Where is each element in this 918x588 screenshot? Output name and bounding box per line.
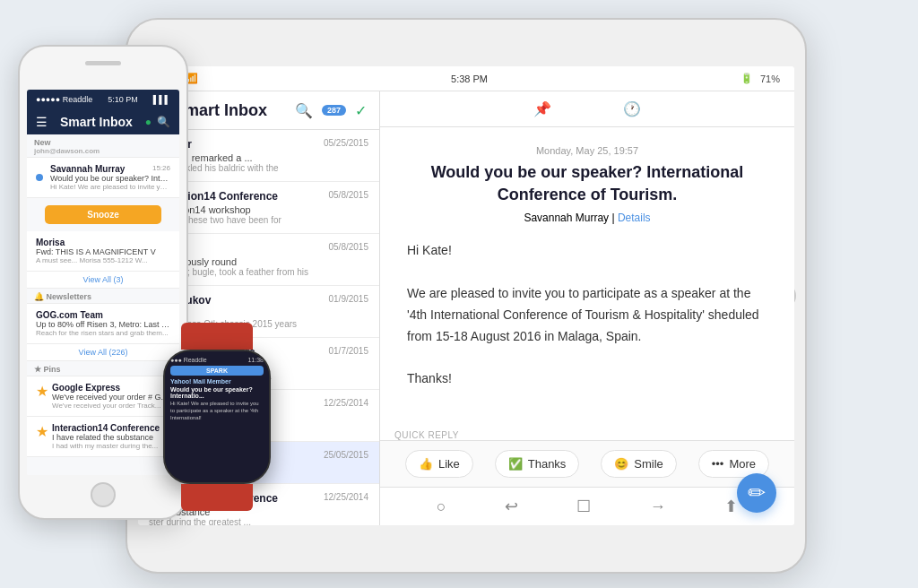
details-link[interactable]: Details bbox=[618, 212, 651, 224]
view-all-new[interactable]: View All (3) bbox=[27, 272, 179, 289]
email-body: Hi Kate! We are pleased to invite you to… bbox=[407, 240, 767, 427]
quick-reply-bar: 👍 Like ✅ Thanks 😊 Smile bbox=[380, 440, 794, 487]
pin-star-icon2: ★ bbox=[36, 423, 48, 440]
section-account: john@dawson.com bbox=[34, 147, 172, 155]
watch-screen: ●●● Readdle 11:38 SPARK Yahoo! Mail Memb… bbox=[165, 351, 269, 482]
pin-icon[interactable]: 📌 bbox=[533, 100, 551, 117]
battery-pct: 71% bbox=[760, 74, 780, 84]
folder-bottom-icon[interactable]: ☐ bbox=[576, 497, 591, 516]
iphone-time: 5:10 PM bbox=[108, 95, 138, 104]
iphone-nav-bar: ☰ Smart Inbox ● 🔍 bbox=[27, 109, 179, 134]
home-bottom-icon[interactable]: ○ bbox=[437, 497, 446, 516]
checkmark-icon: ✅ bbox=[508, 457, 523, 471]
smile-icon: 😊 bbox=[614, 457, 628, 471]
watch-brand: ●●● Readdle bbox=[170, 357, 207, 363]
signature-block: 👩 Savannah Murray savannah@murray.com +4… bbox=[407, 408, 767, 427]
watch-app-badge: SPARK bbox=[170, 366, 264, 376]
iphone-status-bar: ●●●●● Readdle 5:10 PM ▌▌▌ bbox=[27, 90, 179, 109]
watch-body: ●●● Readdle 11:38 SPARK Yahoo! Mail Memb… bbox=[163, 350, 271, 484]
watch-notification-header: Yahoo! Mail Member bbox=[170, 378, 264, 385]
iphone-section-newsletters: 🔔 Newsletters bbox=[27, 289, 179, 304]
iphone-email-morisa[interactable]: Morisa Fwd: THIS IS A MAGNIFICENT V A mu… bbox=[27, 231, 179, 272]
apple-watch: ●●● Readdle 11:38 SPARK Yahoo! Mail Memb… bbox=[154, 323, 280, 502]
battery-icon: 🔋 bbox=[740, 73, 753, 84]
share-bottom-icon[interactable]: ⬆ bbox=[724, 497, 738, 516]
iphone-battery: ▌▌▌ bbox=[153, 95, 170, 104]
section-new-label: New bbox=[34, 138, 51, 147]
watch-strap-top bbox=[181, 323, 253, 350]
iphone-email-savannah[interactable]: Savannah Murray 15:26 Would you be our s… bbox=[27, 158, 179, 198]
unread-dot bbox=[36, 174, 43, 181]
email-detail-panel: 📌 🕐 Monday, May 25, 19:57 Would you be o… bbox=[380, 91, 794, 525]
detail-toolbar: 📌 🕐 bbox=[380, 91, 794, 127]
iphone-search-icon[interactable]: 🔍 bbox=[157, 116, 170, 128]
thanks-reply-button[interactable]: ✅ Thanks bbox=[495, 450, 580, 478]
like-reply-button[interactable]: 👍 Like bbox=[405, 450, 473, 478]
email-thanks: Thanks! bbox=[407, 368, 767, 390]
email-content: We are pleased to invite you to particip… bbox=[407, 283, 767, 347]
ipad-status-bar: iPad ▾ 📶 5:38 PM 🔋 71% bbox=[138, 66, 794, 91]
smile-label: Smile bbox=[634, 457, 663, 471]
watch-strap-bottom bbox=[181, 484, 253, 511]
iphone-section-new: New john@dawson.com bbox=[27, 134, 179, 158]
ellipsis-icon: ••• bbox=[712, 457, 724, 471]
reply-bottom-icon[interactable]: ↩ bbox=[505, 497, 518, 516]
like-label: Like bbox=[438, 457, 460, 471]
ipad-bottom-bar: ○ ↩ ☐ → ⬆ ✏ bbox=[380, 487, 794, 525]
email-subject: Would you be our speaker? International … bbox=[407, 161, 767, 206]
watch-notification-subject: Would you be our speaker? Internatio... bbox=[170, 386, 264, 399]
quick-reply-section: QUICK REPLY 👍 Like ✅ Thanks bbox=[380, 427, 794, 487]
watch-status-bar: ●●● Readdle 11:38 bbox=[170, 357, 264, 363]
thanks-label: Thanks bbox=[528, 457, 567, 471]
more-label: More bbox=[729, 457, 756, 471]
watch-time: 11:38 bbox=[247, 357, 264, 363]
smile-reply-button[interactable]: 😊 Smile bbox=[601, 450, 677, 478]
email-greeting: Hi Kate! bbox=[407, 240, 767, 262]
iphone-home-button[interactable] bbox=[91, 482, 116, 507]
email-from: Savannah Murray | Details bbox=[407, 212, 767, 224]
search-icon[interactable]: 🔍 bbox=[295, 102, 313, 119]
quick-reply-label: QUICK REPLY bbox=[380, 427, 794, 440]
compose-button[interactable]: ✏ bbox=[737, 473, 776, 513]
section-newsletters-label: 🔔 Newsletters bbox=[34, 292, 91, 301]
thumbs-up-icon: 👍 bbox=[419, 457, 433, 471]
scene: iPad ▾ 📶 5:38 PM 🔋 71% ☰ Smart Inbox bbox=[0, 0, 918, 588]
snooze-button[interactable]: Snooze bbox=[45, 205, 161, 224]
iphone-hamburger-icon[interactable]: ☰ bbox=[36, 115, 48, 129]
section-pins-label: ★ Pins bbox=[34, 365, 61, 374]
email-count-badge: 287 bbox=[322, 105, 346, 116]
check-circle-icon[interactable]: ✓ bbox=[355, 102, 367, 119]
email-detail-body: Monday, May 25, 19:57 Would you be our s… bbox=[380, 127, 794, 427]
email-date: Monday, May 25, 19:57 bbox=[407, 145, 767, 156]
pin-star-icon: ★ bbox=[36, 383, 48, 400]
ipad-status-right: 🔋 71% bbox=[740, 73, 780, 84]
iphone-carrier: ●●●●● Readdle bbox=[36, 95, 92, 104]
clock-icon[interactable]: 🕐 bbox=[623, 100, 641, 117]
forward-bottom-icon[interactable]: → bbox=[650, 497, 666, 516]
iphone-speaker bbox=[85, 61, 121, 65]
ipad-time: 5:38 PM bbox=[451, 74, 488, 84]
from-name: Savannah Murray bbox=[524, 212, 609, 224]
iphone-online-dot: ● bbox=[145, 116, 152, 128]
iphone-inbox-title: Smart Inbox bbox=[60, 115, 133, 129]
watch-notification-body: Hi Kate! We are pleased to invite you to… bbox=[170, 401, 264, 421]
snooze-container: Snooze bbox=[27, 198, 179, 231]
